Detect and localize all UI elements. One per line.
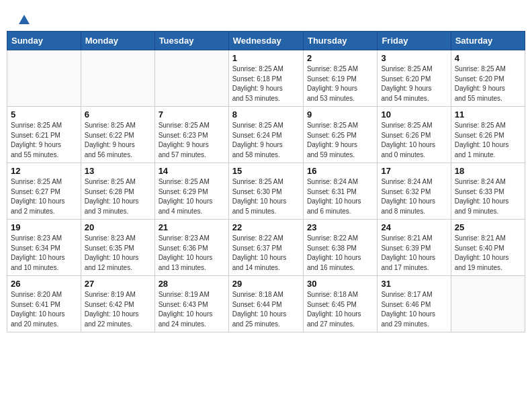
calendar-cell: 24Sunrise: 8:21 AM Sunset: 6:39 PM Dayli… (378, 220, 451, 276)
day-info: Sunrise: 8:25 AM Sunset: 6:20 PM Dayligh… (455, 64, 521, 103)
calendar-cell: 19Sunrise: 8:23 AM Sunset: 6:34 PM Dayli… (7, 220, 81, 276)
weekday-header: Monday (81, 32, 154, 50)
calendar-cell: 10Sunrise: 8:25 AM Sunset: 6:26 PM Dayli… (378, 107, 451, 163)
day-number: 24 (381, 222, 447, 232)
day-number: 13 (85, 166, 151, 176)
calendar-cell: 8Sunrise: 8:25 AM Sunset: 6:24 PM Daylig… (228, 107, 303, 163)
day-number: 2 (307, 53, 373, 63)
day-number: 6 (85, 109, 151, 120)
day-number: 4 (455, 53, 521, 63)
calendar-cell: 28Sunrise: 8:19 AM Sunset: 6:43 PM Dayli… (154, 276, 228, 332)
weekday-header: Friday (378, 32, 451, 50)
day-number: 9 (307, 109, 373, 120)
calendar-cell: 23Sunrise: 8:22 AM Sunset: 6:38 PM Dayli… (303, 220, 377, 276)
day-info: Sunrise: 8:25 AM Sunset: 6:22 PM Dayligh… (85, 121, 151, 160)
day-info: Sunrise: 8:18 AM Sunset: 6:45 PM Dayligh… (307, 290, 373, 329)
day-info: Sunrise: 8:24 AM Sunset: 6:33 PM Dayligh… (455, 177, 521, 216)
calendar-cell: 6Sunrise: 8:25 AM Sunset: 6:22 PM Daylig… (81, 107, 154, 163)
day-info: Sunrise: 8:22 AM Sunset: 6:37 PM Dayligh… (232, 234, 300, 273)
calendar-cell: 20Sunrise: 8:23 AM Sunset: 6:35 PM Dayli… (81, 220, 154, 276)
calendar-week-row: 12Sunrise: 8:25 AM Sunset: 6:27 PM Dayli… (7, 163, 525, 220)
day-info: Sunrise: 8:18 AM Sunset: 6:44 PM Dayligh… (232, 290, 300, 329)
calendar-cell: 17Sunrise: 8:24 AM Sunset: 6:32 PM Dayli… (378, 163, 451, 220)
day-number: 18 (455, 166, 521, 176)
day-info: Sunrise: 8:25 AM Sunset: 6:28 PM Dayligh… (85, 177, 151, 216)
day-info: Sunrise: 8:24 AM Sunset: 6:32 PM Dayligh… (381, 177, 447, 216)
calendar-cell: 22Sunrise: 8:22 AM Sunset: 6:37 PM Dayli… (228, 220, 303, 276)
day-info: Sunrise: 8:19 AM Sunset: 6:42 PM Dayligh… (85, 290, 151, 329)
day-number: 17 (381, 166, 447, 176)
weekday-header: Wednesday (228, 32, 303, 50)
calendar-cell: 30Sunrise: 8:18 AM Sunset: 6:45 PM Dayli… (303, 276, 377, 332)
calendar-week-row: 26Sunrise: 8:20 AM Sunset: 6:41 PM Dayli… (7, 276, 525, 332)
day-info: Sunrise: 8:23 AM Sunset: 6:34 PM Dayligh… (11, 234, 77, 273)
calendar-week-row: 19Sunrise: 8:23 AM Sunset: 6:34 PM Dayli… (7, 220, 525, 276)
day-info: Sunrise: 8:19 AM Sunset: 6:43 PM Dayligh… (159, 290, 225, 329)
calendar-cell: 9Sunrise: 8:25 AM Sunset: 6:25 PM Daylig… (303, 107, 377, 163)
calendar-cell: 16Sunrise: 8:24 AM Sunset: 6:31 PM Dayli… (303, 163, 377, 220)
day-number: 1 (232, 53, 300, 63)
svg-marker-0 (19, 15, 30, 24)
day-info: Sunrise: 8:25 AM Sunset: 6:26 PM Dayligh… (381, 121, 447, 160)
day-info: Sunrise: 8:25 AM Sunset: 6:18 PM Dayligh… (232, 64, 300, 103)
calendar-cell: 25Sunrise: 8:21 AM Sunset: 6:40 PM Dayli… (451, 220, 525, 276)
day-number: 29 (232, 279, 300, 289)
day-info: Sunrise: 8:17 AM Sunset: 6:46 PM Dayligh… (381, 290, 447, 329)
day-number: 16 (307, 166, 373, 176)
day-number: 5 (11, 109, 77, 120)
weekday-header: Saturday (451, 32, 525, 50)
day-number: 19 (11, 222, 77, 232)
calendar-cell (451, 276, 525, 332)
calendar-cell: 13Sunrise: 8:25 AM Sunset: 6:28 PM Dayli… (81, 163, 154, 220)
logo-icon (17, 13, 31, 27)
day-number: 10 (381, 109, 447, 120)
calendar-cell: 26Sunrise: 8:20 AM Sunset: 6:41 PM Dayli… (7, 276, 81, 332)
calendar-cell: 27Sunrise: 8:19 AM Sunset: 6:42 PM Dayli… (81, 276, 154, 332)
day-number: 31 (381, 279, 447, 289)
weekday-header: Sunday (7, 32, 81, 50)
day-info: Sunrise: 8:25 AM Sunset: 6:30 PM Dayligh… (232, 177, 300, 216)
day-number: 30 (307, 279, 373, 289)
day-info: Sunrise: 8:23 AM Sunset: 6:36 PM Dayligh… (159, 234, 225, 273)
day-info: Sunrise: 8:23 AM Sunset: 6:35 PM Dayligh… (85, 234, 151, 273)
day-info: Sunrise: 8:21 AM Sunset: 6:39 PM Dayligh… (381, 234, 447, 273)
weekday-header: Thursday (303, 32, 377, 50)
day-number: 21 (159, 222, 225, 232)
calendar-cell: 11Sunrise: 8:25 AM Sunset: 6:26 PM Dayli… (451, 107, 525, 163)
calendar-cell: 31Sunrise: 8:17 AM Sunset: 6:46 PM Dayli… (378, 276, 451, 332)
day-number: 8 (232, 109, 300, 120)
day-info: Sunrise: 8:20 AM Sunset: 6:41 PM Dayligh… (11, 290, 77, 329)
logo (17, 13, 32, 24)
day-number: 26 (11, 279, 77, 289)
day-number: 7 (159, 109, 225, 120)
calendar-cell: 3Sunrise: 8:25 AM Sunset: 6:20 PM Daylig… (378, 50, 451, 107)
calendar-cell: 1Sunrise: 8:25 AM Sunset: 6:18 PM Daylig… (228, 50, 303, 107)
calendar-cell: 21Sunrise: 8:23 AM Sunset: 6:36 PM Dayli… (154, 220, 228, 276)
day-info: Sunrise: 8:25 AM Sunset: 6:27 PM Dayligh… (11, 177, 77, 216)
calendar-cell: 7Sunrise: 8:25 AM Sunset: 6:23 PM Daylig… (154, 107, 228, 163)
day-number: 11 (455, 109, 521, 120)
calendar-cell: 18Sunrise: 8:24 AM Sunset: 6:33 PM Dayli… (451, 163, 525, 220)
calendar-table: SundayMondayTuesdayWednesdayThursdayFrid… (7, 31, 525, 332)
calendar-cell: 29Sunrise: 8:18 AM Sunset: 6:44 PM Dayli… (228, 276, 303, 332)
day-number: 14 (159, 166, 225, 176)
calendar-cell (81, 50, 154, 107)
weekday-header-row: SundayMondayTuesdayWednesdayThursdayFrid… (7, 32, 525, 50)
calendar-cell (154, 50, 228, 107)
day-info: Sunrise: 8:25 AM Sunset: 6:23 PM Dayligh… (159, 121, 225, 160)
calendar-cell: 4Sunrise: 8:25 AM Sunset: 6:20 PM Daylig… (451, 50, 525, 107)
day-info: Sunrise: 8:22 AM Sunset: 6:38 PM Dayligh… (307, 234, 373, 273)
day-number: 20 (85, 222, 151, 232)
calendar-week-row: 1Sunrise: 8:25 AM Sunset: 6:18 PM Daylig… (7, 50, 525, 107)
calendar-week-row: 5Sunrise: 8:25 AM Sunset: 6:21 PM Daylig… (7, 107, 525, 163)
calendar-cell: 14Sunrise: 8:25 AM Sunset: 6:29 PM Dayli… (154, 163, 228, 220)
day-info: Sunrise: 8:25 AM Sunset: 6:24 PM Dayligh… (232, 121, 300, 160)
day-info: Sunrise: 8:25 AM Sunset: 6:29 PM Dayligh… (159, 177, 225, 216)
day-info: Sunrise: 8:25 AM Sunset: 6:25 PM Dayligh… (307, 121, 373, 160)
calendar-cell: 2Sunrise: 8:25 AM Sunset: 6:19 PM Daylig… (303, 50, 377, 107)
day-info: Sunrise: 8:25 AM Sunset: 6:26 PM Dayligh… (455, 121, 521, 160)
day-info: Sunrise: 8:24 AM Sunset: 6:31 PM Dayligh… (307, 177, 373, 216)
day-info: Sunrise: 8:25 AM Sunset: 6:19 PM Dayligh… (307, 64, 373, 103)
weekday-header: Tuesday (154, 32, 228, 50)
day-number: 12 (11, 166, 77, 176)
